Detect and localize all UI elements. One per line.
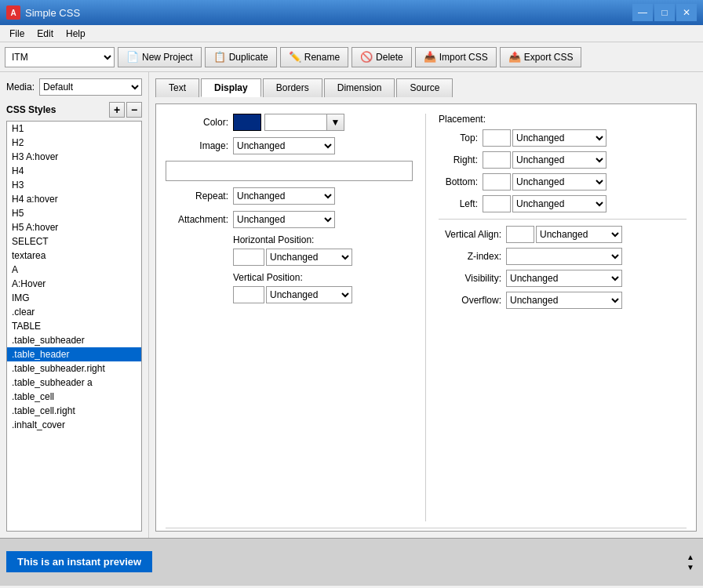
tab-text[interactable]: Text <box>155 78 199 97</box>
tab-content-display: Color: #002B80 ▼ Image: Unchanged <box>155 103 697 532</box>
list-item[interactable]: .table_subheader.right <box>7 361 141 376</box>
image-select[interactable]: Unchanged <box>233 137 335 154</box>
import-css-icon: 📥 <box>424 51 436 63</box>
import-css-button[interactable]: 📥 Import CSS <box>415 47 497 67</box>
visibility-label: Visibility: <box>439 273 501 284</box>
color-input[interactable]: #002B80 <box>264 114 327 131</box>
repeat-select[interactable]: Unchanged <box>233 187 335 205</box>
horiz-pos-label: Horizontal Position: <box>233 234 413 245</box>
list-item[interactable]: .clear <box>7 305 141 319</box>
vertical-align-select[interactable]: Unchanged <box>536 226 622 243</box>
status-bar: Simple CSS 2.3 Copyright © 2016 HostM We… <box>0 585 703 588</box>
toolbar: ITM 📄 New Project 📋 Duplicate ✏️ Rename … <box>0 42 703 72</box>
top-input[interactable] <box>483 129 511 147</box>
list-item[interactable]: textarea <box>7 249 141 263</box>
preview-area: This is an instant preview ▲ ▼ <box>0 538 703 585</box>
z-index-select[interactable] <box>506 248 622 265</box>
attachment-row: Attachment: Unchanged <box>166 211 413 228</box>
menu-edit[interactable]: Edit <box>31 27 60 41</box>
close-button[interactable]: ✕ <box>676 4 697 21</box>
horiz-pos-select[interactable]: Unchanged <box>266 249 352 266</box>
list-item[interactable]: A:Hover <box>7 277 141 291</box>
top-select[interactable]: Unchanged <box>512 129 606 147</box>
horiz-pos-input[interactable] <box>233 249 264 266</box>
media-row: Media: Default <box>6 78 142 96</box>
tab-source[interactable]: Source <box>396 78 453 97</box>
minimize-button[interactable]: — <box>632 4 653 21</box>
right-select[interactable]: Unchanged <box>512 151 606 169</box>
menu-bar: File Edit Help <box>0 25 703 42</box>
list-item[interactable]: TABLE <box>7 319 141 333</box>
list-item[interactable]: .table_cell <box>7 390 141 404</box>
image-label: Image: <box>166 140 228 151</box>
placement-left-row: Left: Unchanged <box>439 195 687 212</box>
color-label: Color: <box>166 117 228 128</box>
list-item[interactable]: .inhalt_cover <box>7 418 141 432</box>
right-label: Right: <box>439 154 478 165</box>
z-index-label: Z-index: <box>439 251 501 262</box>
delete-button[interactable]: 🚫 Delete <box>352 47 412 67</box>
sidebar: Media: Default CSS Styles + − H1H2H3 A:h… <box>0 72 149 538</box>
window-title: Simple CSS <box>25 7 632 19</box>
color-row: Color: #002B80 ▼ <box>166 114 413 131</box>
list-item[interactable]: H3 A:hover <box>7 150 141 164</box>
scroll-down-btn[interactable]: ▼ <box>687 563 694 572</box>
bottom-select[interactable]: Unchanged <box>512 173 606 191</box>
placement-title: Placement: <box>439 114 687 125</box>
color-swatch[interactable] <box>233 114 261 131</box>
tab-dimension[interactable]: Dimension <box>324 78 395 97</box>
vert-pos-section: Vertical Position: Unchanged <box>166 272 413 303</box>
media-select[interactable]: Default <box>39 78 142 96</box>
list-item[interactable]: H4 <box>7 164 141 178</box>
list-item[interactable]: .table_header <box>7 347 141 361</box>
list-item[interactable]: H5 <box>7 206 141 220</box>
attachment-select[interactable]: Unchanged <box>233 211 335 228</box>
new-project-button[interactable]: 📄 New Project <box>118 47 202 67</box>
bottom-input[interactable] <box>483 173 511 191</box>
app-icon: A <box>6 5 20 20</box>
list-item[interactable]: H4 a:hover <box>7 192 141 206</box>
list-item[interactable]: .table_subheader <box>7 333 141 347</box>
preview-box: This is an instant preview <box>6 551 152 572</box>
menu-help[interactable]: Help <box>60 27 92 41</box>
vertical-align-label: Vertical Align: <box>439 229 501 240</box>
main-area: Media: Default CSS Styles + − H1H2H3 A:h… <box>0 72 703 538</box>
horiz-pos-row: Unchanged <box>166 249 413 266</box>
list-item[interactable]: H2 <box>7 136 141 150</box>
vert-pos-input[interactable] <box>233 286 264 303</box>
right-input[interactable] <box>483 151 511 169</box>
add-style-button[interactable]: + <box>109 102 125 118</box>
tab-borders[interactable]: Borders <box>263 78 322 97</box>
list-item[interactable]: .table_cell.right <box>7 404 141 418</box>
list-item[interactable]: IMG <box>7 291 141 305</box>
list-item[interactable]: H5 A:hover <box>7 220 141 234</box>
vertical-align-input[interactable] <box>506 226 534 243</box>
left-input[interactable] <box>483 195 511 212</box>
left-select[interactable]: Unchanged <box>512 195 606 212</box>
list-item[interactable]: .table_subheader a <box>7 376 141 390</box>
menu-file[interactable]: File <box>3 27 31 41</box>
project-select[interactable]: ITM <box>5 47 115 67</box>
vert-pos-select[interactable]: Unchanged <box>266 286 352 303</box>
list-item[interactable]: H1 <box>7 122 141 136</box>
repeat-row: Repeat: Unchanged <box>166 187 413 205</box>
css-btn-group: + − <box>109 102 142 118</box>
css-styles-header: CSS Styles + − <box>6 102 142 118</box>
list-item[interactable]: H3 <box>7 178 141 192</box>
scroll-up-btn[interactable]: ▲ <box>687 553 694 561</box>
attachment-label: Attachment: <box>166 214 228 225</box>
visibility-select[interactable]: Unchanged <box>506 270 622 287</box>
maximize-button[interactable]: □ <box>654 4 675 21</box>
list-item[interactable]: SELECT <box>7 234 141 249</box>
list-item[interactable]: A <box>7 263 141 277</box>
tab-display[interactable]: Display <box>201 78 261 97</box>
image-preview-box <box>166 161 413 181</box>
remove-style-button[interactable]: − <box>126 102 142 118</box>
preview-scrollbar: ▲ ▼ <box>684 553 697 572</box>
color-dropdown-arrow[interactable]: ▼ <box>327 114 344 131</box>
rename-button[interactable]: ✏️ Rename <box>280 47 348 67</box>
overflow-select[interactable]: Unchanged <box>506 292 622 309</box>
export-css-button[interactable]: 📤 Export CSS <box>500 47 582 67</box>
rename-icon: ✏️ <box>289 51 301 63</box>
duplicate-button[interactable]: 📋 Duplicate <box>205 47 277 67</box>
